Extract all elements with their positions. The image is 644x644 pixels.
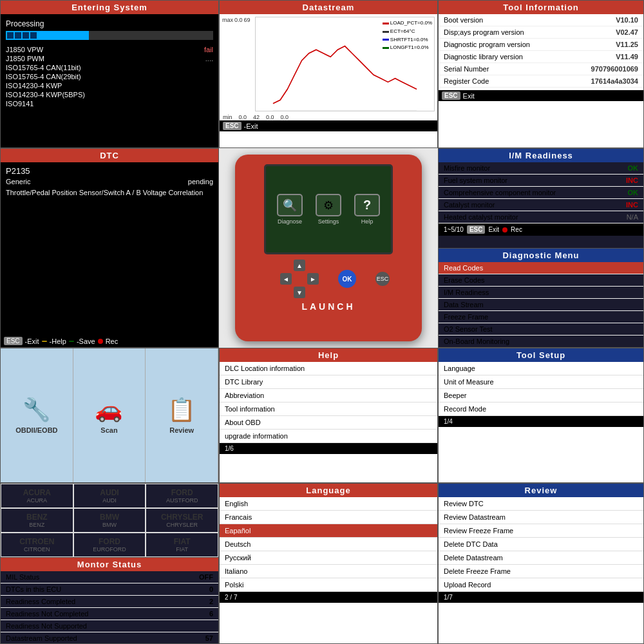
diag-menu-item[interactable]: Freeze Frame [439, 311, 643, 323]
help-panel: Help DLC Location informationDTC Library… [219, 348, 438, 483]
help-item[interactable]: DLC Location information [220, 362, 437, 375]
tool-info-row: Boot versionV10.10 [439, 14, 643, 26]
help-rows: DLC Location informationDTC LibraryAbbre… [220, 362, 437, 443]
lang-bottom: 2 / 7 [220, 592, 437, 603]
ok-btn[interactable]: OK [338, 270, 356, 288]
im-readiness-panel: I/M Readiness Misfire monitorOKFuel syst… [439, 149, 643, 249]
tool-setup-item[interactable]: Beeper [439, 389, 643, 402]
help-icon: ? [354, 194, 380, 216]
device-help[interactable]: ? Help [354, 194, 380, 225]
im-row: Heated catalyst monitorN/A [439, 211, 643, 223]
ts-page: 1/4 [444, 418, 453, 425]
progress-bar [6, 31, 89, 40]
brand-cell[interactable]: ACURAACURA [1, 484, 73, 508]
ds-min-val3: 0.0 [266, 114, 274, 120]
language-item[interactable]: Eapañol [220, 524, 437, 538]
im-esc-btn[interactable]: ESC [467, 225, 486, 234]
help-item[interactable]: upgrade information [220, 430, 437, 443]
tool-setup-item[interactable]: Language [439, 362, 643, 375]
brand-cell[interactable]: CHRYSLERCHRYSLER [146, 508, 218, 533]
tool-info-row: Disp;ays program versionV02.47 [439, 26, 643, 39]
language-item[interactable]: English [220, 497, 437, 511]
dtc-esc-btn[interactable]: ESC [4, 337, 23, 345]
review-item[interactable]: Delete Freeze Frame [439, 565, 643, 578]
diag-menu-item[interactable]: Read Codes [439, 262, 643, 274]
diag-menu-item[interactable]: O2 Sensor Test [439, 323, 643, 336]
scan-cell-obdii[interactable]: 🔧 OBDII/EOBD [1, 348, 73, 482]
help-bottom: 1/6 [220, 443, 437, 454]
device-diagnose[interactable]: 🔍 Diagnose [277, 194, 303, 225]
ds-esc-bar: ESC -Exit [220, 120, 437, 131]
nav-left-btn[interactable]: ◄ [280, 273, 292, 285]
language-header: Language [220, 484, 437, 497]
brand-cell[interactable]: BENZBENZ [1, 508, 73, 533]
brand-cell[interactable]: FORDEUROFORD [73, 533, 146, 557]
dtc-help-btn[interactable] [42, 341, 47, 342]
es-row-j1850pwm: J1850 PWM .... [6, 54, 213, 63]
dtc-bottom-bar: ESC -Exit -Help -Save Rec [1, 335, 218, 347]
language-item[interactable]: Italiano [220, 565, 437, 578]
scan-cell-scan[interactable]: 🚗 Scan [73, 348, 146, 482]
dtc-save-btn[interactable] [69, 341, 74, 342]
settings-label: Settings [318, 218, 339, 225]
nav-down-btn[interactable]: ▼ [294, 287, 305, 298]
scan-cell-review[interactable]: 📋 Review [146, 348, 218, 482]
brand-cell[interactable]: AUDIAUDI [73, 484, 146, 508]
help-item[interactable]: DTC Library [220, 375, 437, 389]
language-item[interactable]: Polski [220, 578, 437, 592]
monitor-status-row: Readiness Not Supported [1, 620, 218, 632]
dtc-pending: pending [188, 178, 213, 185]
review-bottom: 1/7 [439, 592, 643, 603]
dtc-header: DTC [1, 149, 218, 162]
review-item[interactable]: Upload Record [439, 578, 643, 592]
tool-setup-item[interactable]: Record Mode [439, 402, 643, 416]
es-row-j1850vpw: J1850 VPW fail [6, 45, 213, 54]
diag-menu-item[interactable]: I/M Readiness [439, 287, 643, 299]
review-item[interactable]: Delete Datastream [439, 551, 643, 565]
tool-setup-item[interactable]: Unit of Measure [439, 375, 643, 389]
esc-btn[interactable]: ESC [375, 272, 390, 286]
device-settings[interactable]: ⚙ Settings [316, 194, 341, 225]
nav-right-btn[interactable]: ► [307, 273, 319, 285]
right-col2: I/M Readiness Misfire monitorOKFuel syst… [438, 148, 644, 348]
diag-menu-item[interactable]: On-Board Monitoring [439, 336, 643, 348]
language-item[interactable]: Francais [220, 511, 437, 524]
review-item[interactable]: Review Freeze Frame [439, 524, 643, 538]
diagnose-label: Diagnose [278, 218, 302, 225]
help-item[interactable]: Tool information [220, 402, 437, 416]
review-item[interactable]: Delete DTC Data [439, 538, 643, 551]
dtc-rec-dot [98, 339, 103, 344]
tool-info-esc-btn[interactable]: ESC [442, 91, 460, 100]
brand-cell[interactable]: CITROENCITROEN [1, 533, 73, 557]
dtc-content: P2135 Generic pending Throttle/Pedal Pos… [1, 162, 218, 202]
im-readiness-header: I/M Readiness [439, 149, 643, 162]
help-item[interactable]: Abbreviation [220, 389, 437, 402]
diag-menu-item[interactable]: Data Stream [439, 299, 643, 311]
ds-esc-btn[interactable]: ESC [223, 122, 242, 130]
im-rec-label: Rec [511, 226, 522, 233]
im-page: 1~5/10 [444, 226, 464, 233]
language-panel: Language EnglishFrancaisEapañolDeutschРу… [219, 483, 438, 644]
device-screen: 🔍 Diagnose ⚙ Settings ? Help [264, 164, 393, 254]
language-item[interactable]: Русский [220, 551, 437, 565]
nav-up-btn[interactable]: ▲ [294, 260, 305, 271]
ds-min-label: min [223, 114, 232, 120]
nav-pad: ▲ ▼ ◄ ► [280, 260, 319, 298]
tool-info-panel: Tool Information Boot versionV10.10Disp;… [438, 0, 644, 148]
brand-cell[interactable]: BMWBMW [73, 508, 146, 533]
help-item[interactable]: About OBD [220, 416, 437, 430]
es-row-iso9141: ISO9141 [6, 99, 213, 108]
review-rows: Review DTCReview DatastreamReview Freeze… [439, 497, 643, 592]
im-row: Catalyst monitorINC [439, 199, 643, 211]
review-item[interactable]: Review Datastream [439, 511, 643, 524]
monitor-status-row: Datastream Supported57 [1, 632, 218, 644]
diag-menu-item[interactable]: Erase Codes [439, 274, 643, 287]
entering-system-header: Entering System [1, 1, 218, 14]
tool-info-row: Diagnostic program versionV11.25 [439, 39, 643, 51]
lang-rows: EnglishFrancaisEapañolDeutschРусскийItal… [220, 497, 437, 592]
tool-info-rows: Boot versionV10.10Disp;ays program versi… [439, 14, 643, 88]
brand-cell[interactable]: FIATFIAT [146, 533, 218, 557]
language-item[interactable]: Deutsch [220, 538, 437, 551]
brand-cell[interactable]: FORDAUSTFORD [146, 484, 218, 508]
review-item[interactable]: Review DTC [439, 497, 643, 511]
